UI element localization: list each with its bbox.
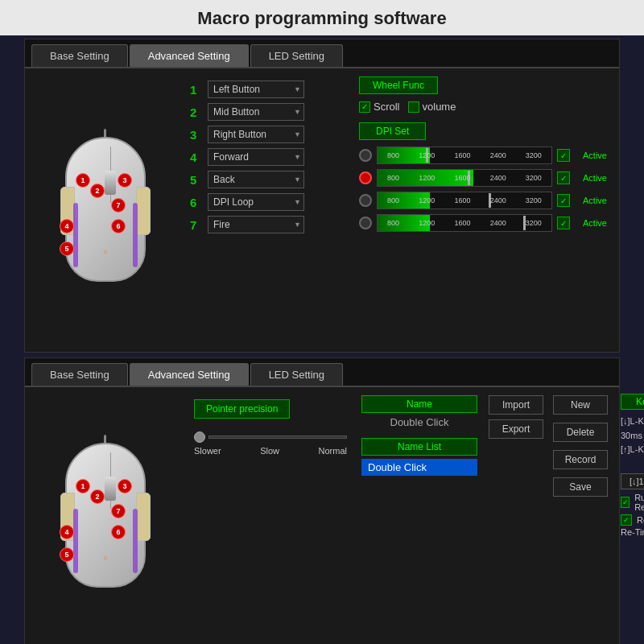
import-button[interactable]: Import (489, 395, 543, 415)
mapping-select-wrapper-7[interactable]: Fire (208, 216, 304, 233)
top-panel-content: ⌂ 1 2 3 4 5 6 7 1 Left Button (25, 68, 619, 350)
pointer-precision-btn[interactable]: Pointer precision (194, 399, 290, 419)
double-click-selected[interactable]: Double Click (361, 459, 477, 476)
tab-advanced-top[interactable]: Advanced Setting (130, 44, 249, 67)
name-list-button[interactable]: Name List (361, 438, 477, 456)
dpi-active-cb-1[interactable] (557, 149, 570, 162)
dpi-active-cb-3[interactable] (557, 194, 570, 207)
mouse-logo: ⌂ (93, 248, 118, 264)
double-click-display: Double Click (361, 416, 477, 428)
mapping-row-2: 2 Mid Button (190, 103, 343, 121)
dpi-label-4-4: 2400 (490, 219, 506, 227)
mouse-illustration-bottom: ⌂ 1 2 3 4 5 6 7 (61, 435, 150, 596)
tab-led-top[interactable]: LED Setting (250, 44, 343, 67)
button-mapping-list: 1 Left Button 2 Mid Button 3 (186, 68, 347, 350)
dpi-slider-1[interactable]: 800 1200 1600 2400 3200 (377, 147, 552, 164)
dpi-slider-3[interactable]: 800 1200 1600 2400 3200 (377, 192, 552, 209)
mouse-right-stripe-b (133, 509, 138, 573)
mouse-area-top: ⌂ 1 2 3 4 5 6 7 (25, 68, 186, 350)
dpi-active-cb-4[interactable] (557, 217, 570, 229)
speed-label-slower: Slower (194, 446, 221, 456)
export-button[interactable]: Export (489, 419, 543, 439)
retimes-row: Re-Times 1 (621, 527, 644, 537)
dpi-active-cb-2[interactable] (557, 171, 570, 184)
mouse-illustration-top: ⌂ 1 2 3 4 5 6 7 (61, 129, 150, 290)
mapping-row-7: 7 Fire (190, 216, 343, 233)
delete-button[interactable]: Delete (553, 423, 608, 442)
volume-checkbox[interactable] (408, 101, 419, 113)
dpi-dot-2[interactable] (359, 171, 372, 184)
dpi-label-4-2: 1200 (419, 219, 435, 227)
mapping-row-3: 3 Right Button (190, 126, 343, 143)
mapping-select-wrapper-2[interactable]: Mid Button (208, 103, 304, 121)
dpi-row-1: 800 1200 1600 2400 3200 Active (359, 147, 607, 164)
speed-label-normal: Normal (319, 446, 347, 456)
dpi-dot-1[interactable] (359, 149, 372, 162)
mapping-select-6[interactable]: DPI Loop (208, 193, 304, 211)
dpi-label-4-5: 3200 (526, 219, 542, 227)
mapping-select-wrapper-6[interactable]: DPI Loop (208, 193, 304, 211)
dpi-row-2: 800 1200 1600 2400 3200 Active (359, 169, 607, 187)
precision-slider-track[interactable] (208, 436, 347, 439)
mouse-left-stripe-b (73, 509, 78, 573)
tab-advanced-bottom[interactable]: Advanced Setting (130, 363, 249, 386)
bottom-tab-bar: Base Setting Advanced Setting LED Settin… (25, 358, 619, 387)
dpi-settings-area: Wheel Func Scroll volume DPI Set (347, 68, 619, 350)
indicator-2: 2 (90, 184, 105, 198)
mapping-select-wrapper-1[interactable]: Left Button (208, 80, 304, 98)
top-tab-bar: Base Setting Advanced Setting LED Settin… (25, 39, 619, 68)
dpi-label-2-3: 1600 (454, 174, 470, 182)
record-button[interactable]: Record (553, 450, 608, 469)
mapping-num-5: 5 (190, 173, 204, 187)
indicator-b-4: 4 (60, 525, 74, 539)
precision-slider-thumb[interactable] (194, 431, 205, 443)
speed-labels: Slower Slow Normal (194, 446, 347, 456)
mapping-select-5[interactable]: Back (208, 171, 304, 188)
wheel-func-label: Wheel Func (359, 76, 438, 94)
dpi-slider-2[interactable]: 800 1200 1600 2400 3200 (377, 169, 552, 187)
name-button[interactable]: Name (361, 395, 477, 413)
key-entry-2: [↑]L-KEY (621, 443, 644, 457)
dpi-slider-4[interactable]: 800 1200 1600 2400 3200 (377, 214, 552, 232)
scroll-checkbox[interactable] (359, 101, 370, 113)
new-button[interactable]: New (553, 395, 608, 415)
scroll-checkbox-item[interactable]: Scroll (359, 101, 400, 113)
dpi-active-label-1: Active (575, 151, 607, 160)
retimes-label: Re-Times (621, 527, 644, 537)
dpi-active-label-2: Active (575, 173, 607, 183)
macro-area: Name Double Click Name List Double Click (355, 387, 484, 643)
mapping-select-3[interactable]: Right Button (208, 126, 304, 143)
dpi-dot-4[interactable] (359, 217, 372, 229)
nav-down-button[interactable]: [↓]1 (621, 473, 644, 489)
dpi-label-1-3: 1600 (454, 151, 470, 159)
tab-base-bottom[interactable]: Base Setting (31, 363, 128, 386)
mapping-select-wrapper-5[interactable]: Back (208, 171, 304, 188)
indicator-b-1: 1 (76, 479, 90, 493)
nav-row: [↓]1 [↑]1 (621, 473, 644, 489)
volume-label: volume (423, 101, 456, 113)
tab-led-bottom[interactable]: LED Setting (250, 363, 343, 386)
save-button[interactable]: Save (553, 477, 608, 497)
mapping-select-1[interactable]: Left Button (208, 80, 304, 98)
page-title: Macro programming software (0, 0, 644, 35)
repeat-en-checkbox[interactable] (621, 514, 632, 526)
mapping-select-4[interactable]: Forward (208, 148, 304, 166)
dpi-label-3-2: 1200 (419, 196, 435, 204)
mouse-right-wing-b (136, 493, 151, 541)
key-entry-delay: 30ms (621, 429, 644, 444)
volume-checkbox-item[interactable]: volume (408, 101, 456, 113)
mouse-scroll-wheel (105, 171, 116, 195)
dpi-dot-3[interactable] (359, 194, 372, 207)
mapping-row-5: 5 Back (190, 171, 343, 188)
mapping-select-2[interactable]: Mid Button (208, 103, 304, 121)
dpi-label-1-1: 800 (387, 151, 399, 159)
run-until-checkbox[interactable] (621, 497, 630, 508)
mapping-select-wrapper-3[interactable]: Right Button (208, 126, 304, 143)
mapping-select-wrapper-4[interactable]: Forward (208, 148, 304, 166)
tab-base-top[interactable]: Base Setting (31, 44, 128, 67)
precision-area: Pointer precision Slower Slow Normal (186, 387, 355, 643)
mouse-scroll-wheel-b (105, 477, 116, 501)
mapping-select-7[interactable]: Fire (208, 216, 304, 233)
bottom-controls: [↓]1 [↑]1 Run untill Release Repeate-En … (621, 473, 644, 537)
dpi-set-label: DPI Set (359, 122, 426, 140)
